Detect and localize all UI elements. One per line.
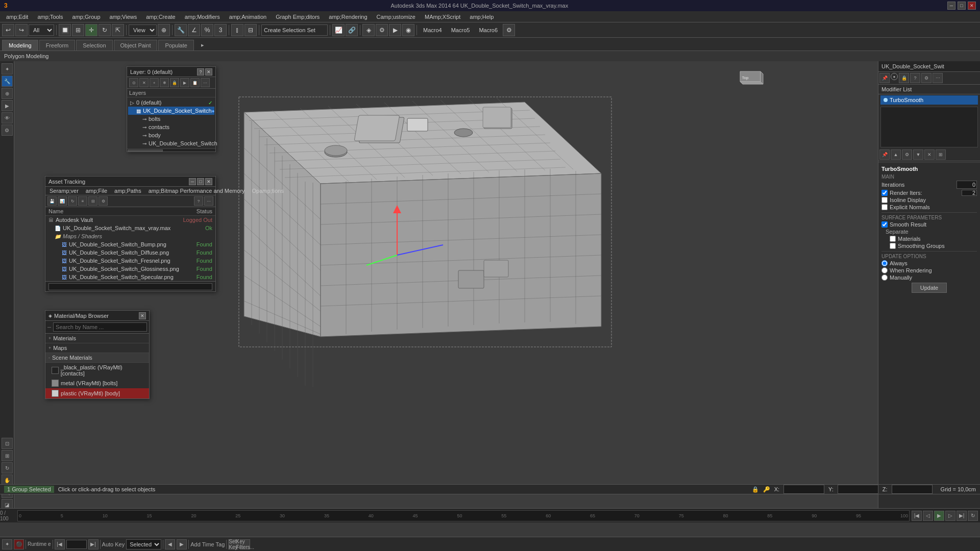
stack-nav-down[interactable]: ▼ bbox=[913, 149, 923, 160]
asset-settings-btn[interactable]: ⚙ bbox=[99, 196, 108, 206]
isoline-check[interactable] bbox=[881, 197, 888, 203]
maximize-btn[interactable]: □ bbox=[958, 2, 966, 10]
x-coord-input[interactable] bbox=[783, 485, 824, 494]
mat-item-metal[interactable]: metal (VRayMtl) [bolts] bbox=[45, 378, 149, 388]
animate-mode-btn[interactable]: ⚫ bbox=[14, 539, 24, 549]
layer-window-help[interactable]: ? bbox=[197, 68, 204, 76]
render-iters-check[interactable] bbox=[881, 190, 888, 196]
layer-item-0[interactable]: ▷ 0 (default) ✓ bbox=[128, 98, 214, 107]
manually-radio[interactable] bbox=[881, 274, 888, 281]
tl-end-btn[interactable]: ▶| bbox=[957, 511, 967, 521]
tl-prev-key-btn[interactable]: ◁ bbox=[923, 511, 933, 521]
menu-views[interactable]: amp;Views bbox=[106, 13, 141, 21]
layer-item-bolts[interactable]: ⊸ bolts bbox=[128, 115, 214, 123]
align-btn[interactable]: ⊟ bbox=[244, 24, 257, 36]
stack-config-btn[interactable]: ⚙ bbox=[902, 149, 912, 160]
always-radio[interactable] bbox=[881, 260, 888, 266]
tl-play-all-btn[interactable]: ↻ bbox=[968, 511, 978, 521]
layer-props-btn[interactable]: 📋 bbox=[190, 78, 200, 87]
asset-refresh-btn[interactable]: ↻ bbox=[68, 196, 77, 206]
mat-section-scene[interactable]: - Scene Materials bbox=[45, 353, 149, 363]
schematic-view[interactable]: 🔗 bbox=[346, 24, 358, 36]
display-btn[interactable]: 👁 bbox=[2, 112, 13, 123]
asset-detail-btn[interactable]: ⊟ bbox=[88, 196, 97, 206]
filter-select[interactable]: All bbox=[29, 24, 54, 36]
layer-lock-btn[interactable]: 🔒 bbox=[170, 78, 179, 87]
macro4-btn[interactable]: Macro4 bbox=[419, 26, 446, 34]
update-button[interactable]: Update bbox=[912, 283, 947, 293]
render-setup[interactable]: ⚙ bbox=[376, 24, 388, 36]
rp-options-btn[interactable]: ⚙ bbox=[921, 73, 932, 83]
reference-coord[interactable]: View bbox=[129, 24, 157, 36]
iterations-input[interactable] bbox=[957, 181, 977, 189]
menu-rendering[interactable]: amp;Rendering bbox=[325, 13, 371, 21]
tl-start-btn[interactable]: |◀ bbox=[912, 511, 922, 521]
tab-selection[interactable]: Selection bbox=[76, 40, 112, 51]
layer-window-close[interactable]: ✕ bbox=[205, 68, 212, 76]
when-rendering-radio[interactable] bbox=[881, 267, 888, 273]
layer-freeze-btn[interactable]: ❄ bbox=[160, 78, 169, 87]
create-panel-icon-btn[interactable]: ✦ bbox=[2, 539, 12, 549]
asset-list-btn[interactable]: ≡ bbox=[78, 196, 87, 206]
layer-window-titlebar[interactable]: Layer: 0 (default) ? ✕ bbox=[127, 67, 215, 77]
curve-editor[interactable]: 📈 bbox=[332, 24, 345, 36]
explicit-normals-check[interactable] bbox=[881, 204, 888, 210]
menu-edit[interactable]: amp;Edit bbox=[2, 13, 32, 21]
create-panel-btn[interactable]: ✦ bbox=[2, 63, 13, 74]
tab-modeling[interactable]: Modeling bbox=[2, 40, 38, 51]
menu-graph-editors[interactable]: Graph Emp;ditors bbox=[272, 13, 324, 21]
select-region[interactable]: ⊞ bbox=[72, 24, 84, 36]
asset-menu-server[interactable]: Seramp;ver bbox=[47, 188, 81, 194]
asset-menu-paths[interactable]: amp;Paths bbox=[112, 188, 143, 194]
menu-create[interactable]: amp;Create bbox=[142, 13, 179, 21]
menu-help[interactable]: amp;Help bbox=[465, 13, 498, 21]
layer-render-btn[interactable]: ▶ bbox=[180, 78, 189, 87]
mat-item-plastic[interactable]: plastic (VRayMtl) [body] bbox=[45, 388, 149, 398]
zoom-extents-btn[interactable]: ⊡ bbox=[2, 438, 13, 449]
turbosmooth-modifier[interactable]: TurboSmooth bbox=[880, 95, 978, 105]
menu-animation[interactable]: amp;Animation bbox=[225, 13, 271, 21]
mat-section-maps[interactable]: + Maps bbox=[45, 343, 149, 353]
hierarchy-btn[interactable]: ⊕ bbox=[2, 88, 13, 99]
asset-window-min[interactable]: ─ bbox=[189, 178, 196, 185]
angle-snap[interactable]: ∠ bbox=[188, 24, 200, 36]
mat-search-input[interactable] bbox=[53, 322, 147, 332]
asset-menu-file[interactable]: amp;File bbox=[84, 188, 109, 194]
stack-expand-btn[interactable]: ⊞ bbox=[936, 149, 946, 160]
asset-window-max[interactable]: □ bbox=[197, 178, 204, 185]
layer-extra-btn[interactable]: ⋯ bbox=[201, 78, 210, 87]
timeline-start[interactable]: |◀ bbox=[55, 539, 65, 549]
utilities-btn[interactable]: ⚙ bbox=[2, 124, 13, 136]
y-coord-input[interactable] bbox=[838, 485, 878, 494]
layer-item-switch[interactable]: ▦ UK_Double_Socket_Switch ● bbox=[128, 107, 214, 115]
rp-help-btn[interactable]: ? bbox=[910, 73, 920, 83]
asset-row-gloss[interactable]: 🖼 UK_Double_Socket_Switch_Glossiness.png… bbox=[45, 265, 215, 273]
smoothing-groups-check[interactable] bbox=[890, 243, 896, 249]
layer-item-body[interactable]: ⊸ body bbox=[128, 131, 214, 139]
tab-more[interactable]: ▸ bbox=[197, 40, 208, 51]
rp-circle-btn[interactable]: ● bbox=[891, 73, 898, 80]
layer-item-contacts[interactable]: ⊸ contacts bbox=[128, 123, 214, 131]
mirror-btn[interactable]: ⫿ bbox=[231, 24, 243, 36]
modify-panel-btn[interactable]: 🔧 bbox=[2, 76, 13, 87]
material-editor[interactable]: ◈ bbox=[362, 24, 375, 36]
material-window-close[interactable]: ✕ bbox=[139, 312, 146, 319]
rp-extra-btn[interactable]: ⋯ bbox=[933, 73, 943, 83]
layer-show-icon[interactable]: ⊙ bbox=[129, 78, 138, 87]
asset-row-bump[interactable]: 🖼 UK_Double_Socket_Switch_Bump.png Found bbox=[45, 240, 215, 248]
tl-next-key-btn[interactable]: ▷ bbox=[945, 511, 955, 521]
key-filters-btn[interactable]: Key Filters... bbox=[240, 539, 250, 549]
prev-frame-btn[interactable]: ◀ bbox=[165, 539, 175, 549]
asset-row-specular[interactable]: 🖼 UK_Double_Socket_Switch_Specular.png F… bbox=[45, 273, 215, 281]
next-frame-btn[interactable]: ▶ bbox=[177, 539, 187, 549]
asset-row-diffuse[interactable]: 🖼 UK_Double_Socket_Switch_Diffuse.png Fo… bbox=[45, 248, 215, 257]
menu-customize[interactable]: Camp;ustomize bbox=[373, 13, 420, 21]
menu-group[interactable]: amp;Group bbox=[68, 13, 105, 21]
layer-add-btn[interactable]: + bbox=[150, 78, 159, 87]
layer-item-switch2[interactable]: ⊸ UK_Double_Socket_Switch bbox=[128, 139, 214, 147]
timeline-track[interactable]: 0 5 10 15 20 25 30 35 40 45 50 55 60 65 … bbox=[17, 510, 910, 521]
menu-maxscript[interactable]: MAmp;XScript bbox=[421, 13, 464, 21]
asset-row-maxfile[interactable]: 📄 UK_Double_Socket_Switch_max_vray.max O… bbox=[45, 224, 215, 232]
mat-section-materials[interactable]: + Materials bbox=[45, 334, 149, 343]
snap-toggle[interactable]: 🔧 bbox=[175, 24, 187, 36]
